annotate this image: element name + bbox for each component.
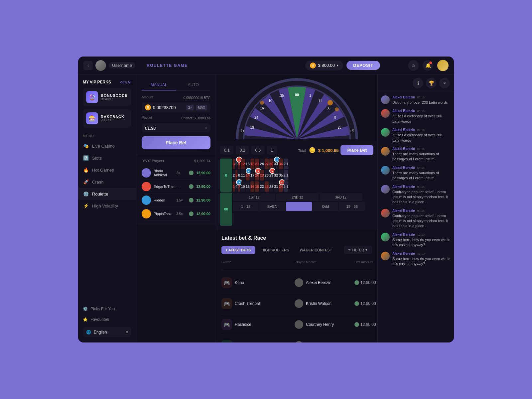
cell-23[interactable]: 23 [260,170,264,181]
double-button[interactable]: 2× [186,105,194,110]
balance-button[interactable]: $ $ 800.00 ▾ [305,61,343,70]
chat-trophy-icon[interactable]: 🏆 [426,78,437,88]
cell-32[interactable]: 32 [274,170,278,181]
place-bet-button[interactable]: Place Bet [142,136,210,149]
chat-info-icon[interactable]: ℹ [413,78,423,88]
bet-19-36[interactable]: 19 - 36 [339,202,365,211]
sidebar-item-crash[interactable]: 🚀Crash [78,176,136,188]
svg-point-13 [260,101,264,105]
currency-icon [189,171,194,175]
cell-19[interactable]: 19 [255,181,259,192]
cell-24[interactable]: 24 [260,159,264,169]
col-2-1-bot[interactable]: 2:1 [284,181,288,192]
betting-panel: MANUAL AUTO Amount 0.000000010 BTC ₿ 2× … [136,74,216,155]
tab-auto[interactable]: AUTO [176,80,211,90]
cell-1[interactable]: 1 [233,181,235,192]
player-name-bet: Alexei Berezin [306,280,332,285]
quick-bet-0.1[interactable]: 0.1 [220,146,234,155]
cell-18[interactable]: 18 [250,159,254,169]
cell-11[interactable]: 11 [241,170,245,181]
quick-bet-0.2[interactable]: 0.2 [236,146,249,155]
cell-13[interactable]: 13 [246,181,250,192]
deposit-button[interactable]: DEPOSIT [346,61,380,70]
cell-7[interactable]: 7● [238,181,240,192]
players-count: 0/597 Players [142,159,164,163]
cell-22[interactable]: 22 [260,181,264,192]
bet-1-18[interactable]: 1 - 18 [233,202,259,211]
bet-game-cell: 🎮 Keno [221,277,295,288]
player-avatar [142,209,151,218]
language-button[interactable]: 🌐 English ▾ [83,327,131,337]
cell-17[interactable]: 17 [250,170,254,181]
user-profile-avatar[interactable] [437,60,449,71]
cell-33[interactable]: 33● [274,159,278,169]
cell-26[interactable]: 26 [265,170,269,181]
vip-card-bonuscode[interactable]: 🔮 BONUSCODE Unlocked [83,88,131,106]
favourites-item[interactable]: ⭐ Favourites [83,315,131,324]
tab-wager-contest[interactable]: WAGER CONTEST [295,246,336,254]
cell-3[interactable]: 3 [233,159,235,169]
tab-latest-bets[interactable]: LATEST BETS [221,246,255,254]
sidebar-item-hot-games[interactable]: 🔥Hot Games [78,164,136,176]
svg-text:00: 00 [295,93,299,97]
tab-high-rollers[interactable]: HIGH ROLLERS [257,246,294,254]
notification-button[interactable]: 🔔 [423,60,433,71]
page-title: ROULETTE GAME [140,63,277,68]
cell-16[interactable]: 16 [250,181,254,192]
cell-2[interactable]: 2 [233,170,235,181]
bet-active[interactable] [286,202,312,211]
chat-message-content: Alexei Berezin 06:16 It uses a dictionar… [392,128,451,143]
col-2-1-top[interactable]: 2:1 [284,159,288,169]
payout-input[interactable] [145,126,202,131]
cell-34[interactable]: 34● [279,181,283,192]
amount-coin-icon: ₿ [145,104,151,110]
chat-close-icon[interactable]: × [439,78,450,88]
grid-place-bet-button[interactable]: Place Bet [340,145,373,155]
cell-29[interactable]: 29● [269,170,273,181]
col-2-1-mid[interactable]: 2:1 [284,170,288,181]
cell-28[interactable]: 28 [269,181,273,192]
dozen-3rd[interactable]: 3RD 12 [320,193,362,201]
view-all-link[interactable]: View All [120,80,131,84]
cell-36[interactable]: 36 [279,159,283,169]
sidebar-item-roulette[interactable]: ⚙️Roulette [78,188,136,200]
max-button[interactable]: MAX [196,105,207,110]
double-zero-cell[interactable]: 00 [220,193,232,226]
vip-card-rakeback[interactable]: 🎰 RAKEBACK VIP · 14 [83,109,131,128]
svg-text:10: 10 [250,126,254,129]
cell-27[interactable]: 27 [265,159,269,169]
sidebar-item-live-casino[interactable]: 🎭Live Casino [78,140,136,152]
cell-12[interactable]: 12 [241,159,245,169]
bet-even[interactable]: EVEN [259,202,285,211]
tab-manual[interactable]: MANUAL [142,80,176,90]
dozen-2nd[interactable]: 2ND 12 [276,193,319,201]
cell-9[interactable]: 9● [238,159,240,169]
dozen-1st[interactable]: 1ST 12 [233,193,275,201]
quick-bet-0.5[interactable]: 0.5 [251,146,265,155]
amount-input[interactable] [153,105,184,110]
bet-odd[interactable]: Odd [313,202,338,211]
player-avatar-sm [295,341,303,342]
back-button[interactable]: ‹ [83,61,93,70]
cell-14[interactable]: 14● [246,170,250,181]
cell-10[interactable]: 10 [241,181,245,192]
chat-message-content: Alexei Berezin 12:10 Same here, how do y… [392,252,451,267]
picks-for-you-item[interactable]: ⚙️ Picks For You [83,305,131,313]
sidebar-item-high-volatility[interactable]: ⚡High Volatility [78,200,136,212]
zero-cell[interactable]: 0 [220,159,232,192]
nav-items: 🎭Live Casino7️⃣Slots🔥Hot Games🚀Crash⚙️Ro… [78,140,136,212]
svg-text:1: 1 [309,94,311,97]
filter-button[interactable]: ≡ FILTER ▾ [344,246,372,254]
cell-5[interactable]: 5 [235,170,237,181]
cell-31[interactable]: 31 [274,181,278,192]
filter-label: FILTER [352,248,364,252]
player-avatar-sm [295,299,303,308]
cell-20[interactable]: 20● [255,170,259,181]
clear-icon[interactable]: × [204,125,207,131]
chat-messages: Alexei Berezin 05:15 Dictionary of over … [378,92,454,342]
quick-bet-1[interactable]: 1 [267,146,277,155]
smiley-icon-button[interactable]: ☺ [408,60,419,71]
cell-25[interactable]: 25 [265,181,269,192]
bet-game-cell: 🎮 Hashdice [221,319,295,330]
sidebar-item-slots[interactable]: 7️⃣Slots [78,152,136,164]
